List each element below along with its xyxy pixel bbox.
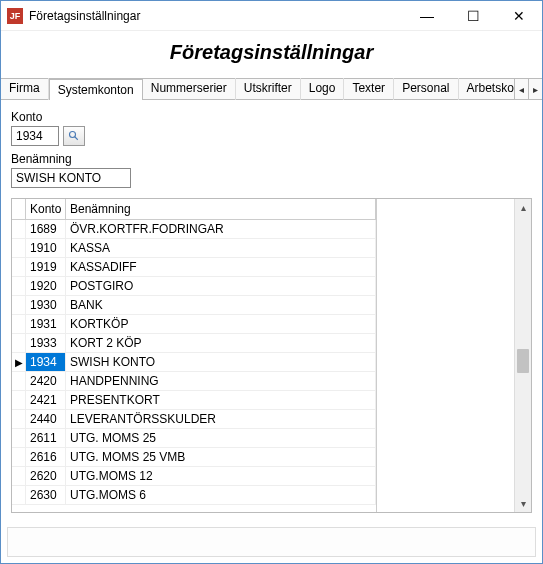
titlebar[interactable]: JF Företagsinställningar — ☐ ✕: [1, 1, 542, 31]
table-row[interactable]: 2630UTG.MOMS 6: [12, 486, 376, 505]
cell-benamning: HANDPENNING: [66, 372, 376, 391]
tab-texter[interactable]: Texter: [344, 78, 394, 100]
row-indicator-icon: [12, 448, 26, 467]
table-row[interactable]: 1930BANK: [12, 296, 376, 315]
window-title: Företagsinställningar: [29, 9, 404, 23]
cell-benamning: LEVERANTÖRSSKULDER: [66, 410, 376, 429]
table-row[interactable]: 2420HANDPENNING: [12, 372, 376, 391]
row-indicator-icon: [12, 410, 26, 429]
row-indicator-icon: [12, 486, 26, 505]
cell-konto: 2616: [26, 448, 66, 467]
cell-benamning: POSTGIRO: [66, 277, 376, 296]
tab-bar: FirmaSystemkontonNummerserierUtskrifterL…: [1, 78, 542, 100]
grid-header-selector: [12, 199, 26, 219]
grid-scrollbar[interactable]: ▴ ▾: [514, 199, 531, 512]
konto-lookup-button[interactable]: [63, 126, 85, 146]
tab-nummerserier[interactable]: Nummerserier: [143, 78, 236, 100]
cell-konto: 1910: [26, 239, 66, 258]
account-grid: Konto Benämning 1689ÖVR.KORTFR.FODRINGAR…: [11, 198, 532, 513]
cell-konto: 2440: [26, 410, 66, 429]
cell-konto: 2630: [26, 486, 66, 505]
grid-header: Konto Benämning: [12, 199, 376, 220]
grid-header-benamning[interactable]: Benämning: [66, 199, 376, 219]
row-indicator-icon: [12, 429, 26, 448]
cell-benamning: UTG. MOMS 25: [66, 429, 376, 448]
konto-input[interactable]: [11, 126, 59, 146]
cell-konto: 2421: [26, 391, 66, 410]
cell-benamning: KASSADIFF: [66, 258, 376, 277]
svg-point-0: [70, 132, 76, 138]
row-indicator-icon: [12, 296, 26, 315]
table-row[interactable]: 2440LEVERANTÖRSSKULDER: [12, 410, 376, 429]
cell-benamning: KORTKÖP: [66, 315, 376, 334]
tab-systemkonton[interactable]: Systemkonton: [49, 79, 143, 100]
row-indicator-icon: [12, 334, 26, 353]
konto-label: Konto: [11, 110, 532, 124]
scroll-down-icon[interactable]: ▾: [515, 495, 531, 512]
table-row[interactable]: 1919KASSADIFF: [12, 258, 376, 277]
scroll-up-icon[interactable]: ▴: [515, 199, 531, 216]
cell-konto: 1920: [26, 277, 66, 296]
page-title: Företagsinställningar: [1, 31, 542, 78]
table-row[interactable]: 1933KORT 2 KÖP: [12, 334, 376, 353]
tab-content: Konto Benämning Konto Benämning 1689ÖVR.…: [1, 100, 542, 521]
cell-benamning: KASSA: [66, 239, 376, 258]
cell-konto: 1919: [26, 258, 66, 277]
search-icon: [68, 130, 80, 142]
minimize-button[interactable]: —: [404, 1, 450, 31]
svg-line-1: [75, 137, 78, 140]
maximize-button[interactable]: ☐: [450, 1, 496, 31]
row-indicator-icon: [12, 467, 26, 486]
tab-firma[interactable]: Firma: [1, 78, 49, 100]
tab-scroll-right[interactable]: ▸: [528, 79, 542, 99]
status-bar: [7, 527, 536, 557]
row-indicator-icon: ▶: [12, 353, 26, 372]
row-indicator-icon: [12, 220, 26, 239]
cell-konto: 1933: [26, 334, 66, 353]
row-indicator-icon: [12, 391, 26, 410]
close-button[interactable]: ✕: [496, 1, 542, 31]
table-row[interactable]: 1931KORTKÖP: [12, 315, 376, 334]
tab-personal[interactable]: Personal: [394, 78, 458, 100]
tab-arbetskoder[interactable]: Arbetskoder: [459, 78, 515, 100]
table-row[interactable]: 1910KASSA: [12, 239, 376, 258]
tab-logo[interactable]: Logo: [301, 78, 345, 100]
tab-scroll-left[interactable]: ◂: [514, 79, 528, 99]
row-indicator-icon: [12, 277, 26, 296]
table-row[interactable]: ▶1934SWISH KONTO: [12, 353, 376, 372]
table-row[interactable]: 2620UTG.MOMS 12: [12, 467, 376, 486]
cell-benamning: UTG. MOMS 25 VMB: [66, 448, 376, 467]
cell-benamning: PRESENTKORT: [66, 391, 376, 410]
cell-konto: 2611: [26, 429, 66, 448]
tab-utskrifter[interactable]: Utskrifter: [236, 78, 301, 100]
table-row[interactable]: 2611UTG. MOMS 25: [12, 429, 376, 448]
row-indicator-icon: [12, 258, 26, 277]
cell-konto: 1931: [26, 315, 66, 334]
table-row[interactable]: 1920POSTGIRO: [12, 277, 376, 296]
app-icon: JF: [7, 8, 23, 24]
cell-benamning: UTG.MOMS 12: [66, 467, 376, 486]
row-indicator-icon: [12, 315, 26, 334]
cell-benamning: BANK: [66, 296, 376, 315]
cell-konto: 1689: [26, 220, 66, 239]
benamning-input[interactable]: [11, 168, 131, 188]
grid-header-konto[interactable]: Konto: [26, 199, 66, 219]
row-indicator-icon: [12, 372, 26, 391]
cell-benamning: KORT 2 KÖP: [66, 334, 376, 353]
table-row[interactable]: 2616UTG. MOMS 25 VMB: [12, 448, 376, 467]
table-row[interactable]: 2421PRESENTKORT: [12, 391, 376, 410]
cell-konto: 2620: [26, 467, 66, 486]
cell-konto: 2420: [26, 372, 66, 391]
cell-benamning: SWISH KONTO: [66, 353, 376, 372]
table-row[interactable]: 1689ÖVR.KORTFR.FODRINGAR: [12, 220, 376, 239]
scroll-thumb[interactable]: [517, 349, 529, 373]
cell-konto: 1934: [26, 353, 66, 372]
benamning-label: Benämning: [11, 152, 532, 166]
cell-konto: 1930: [26, 296, 66, 315]
cell-benamning: ÖVR.KORTFR.FODRINGAR: [66, 220, 376, 239]
cell-benamning: UTG.MOMS 6: [66, 486, 376, 505]
row-indicator-icon: [12, 239, 26, 258]
app-window: JF Företagsinställningar — ☐ ✕ Företagsi…: [0, 0, 543, 564]
